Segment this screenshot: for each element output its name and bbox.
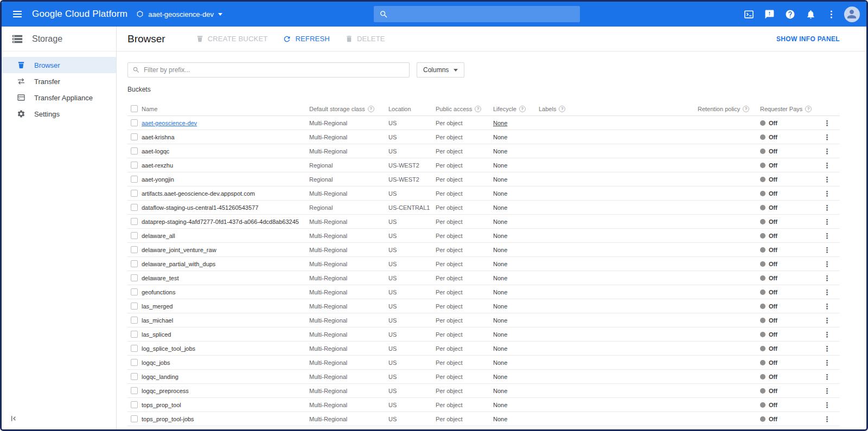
show-info-panel-button[interactable]: SHOW INFO PANEL — [776, 35, 840, 43]
columns-dropdown-button[interactable]: Columns — [417, 62, 464, 78]
row-checkbox[interactable] — [131, 190, 138, 197]
bucket-row[interactable]: artifacts.aaet-geoscience-dev.appspot.co… — [127, 186, 840, 201]
lifecycle-cell[interactable]: None — [493, 289, 507, 295]
row-menu-icon[interactable]: ⋮ — [824, 317, 831, 324]
row-menu-icon[interactable]: ⋮ — [824, 246, 831, 254]
bucket-name[interactable]: tops_prop_tool — [142, 402, 181, 408]
bucket-row[interactable]: las_merged Multi-Regional US Per object … — [127, 299, 840, 313]
row-menu-icon[interactable]: ⋮ — [824, 415, 831, 423]
row-menu-icon[interactable]: ⋮ — [824, 119, 831, 127]
bucket-name[interactable]: log_splice_tool_jobs — [142, 345, 195, 352]
bucket-row[interactable]: aaet-geoscience-dev Multi-Regional US Pe… — [127, 116, 840, 130]
row-checkbox[interactable] — [131, 232, 138, 239]
bucket-row[interactable]: aaet-yongjin Regional US-WEST2 Per objec… — [127, 172, 840, 186]
account-button[interactable] — [843, 5, 861, 23]
row-checkbox[interactable] — [131, 331, 138, 338]
lifecycle-cell[interactable]: None — [493, 247, 507, 253]
row-checkbox[interactable] — [131, 133, 138, 140]
bucket-name[interactable]: artifacts.aaet-geoscience-dev.appspot.co… — [142, 190, 255, 197]
row-menu-icon[interactable]: ⋮ — [824, 387, 831, 395]
row-checkbox[interactable] — [131, 260, 138, 267]
filter-by-prefix-input[interactable] — [144, 66, 405, 74]
bucket-row[interactable]: logqc_preprocess Multi-Regional US Per o… — [127, 384, 840, 398]
row-checkbox[interactable] — [131, 359, 138, 366]
lifecycle-cell[interactable]: None — [493, 359, 507, 366]
bucket-name[interactable]: delaware_test — [142, 275, 179, 281]
bucket-row[interactable]: dataprep-staging-4afd7277-0fd1-437d-a066… — [127, 215, 840, 229]
row-menu-icon[interactable]: ⋮ — [824, 162, 831, 169]
bucket-name[interactable]: geofunctions — [142, 289, 175, 295]
help-circle-icon[interactable]: ? — [743, 106, 749, 112]
row-menu-icon[interactable]: ⋮ — [824, 190, 831, 197]
row-menu-icon[interactable]: ⋮ — [824, 147, 831, 155]
bucket-row[interactable]: log_splice_tool_jobs Multi-Regional US P… — [127, 342, 840, 356]
sidebar-item-browser[interactable]: Browser — [2, 57, 116, 73]
bucket-row[interactable]: delaware_test Multi-Regional US Per obje… — [127, 271, 840, 285]
help-circle-icon[interactable]: ? — [519, 106, 526, 112]
row-menu-icon[interactable]: ⋮ — [824, 303, 831, 310]
lifecycle-cell[interactable]: None — [493, 317, 507, 324]
lifecycle-cell[interactable]: None — [493, 134, 507, 140]
help-circle-icon[interactable]: ? — [475, 106, 481, 112]
lifecycle-cell[interactable]: None — [493, 388, 507, 394]
row-menu-icon[interactable]: ⋮ — [824, 345, 831, 352]
row-checkbox[interactable] — [131, 345, 138, 352]
bucket-row[interactable]: las_michael Multi-Regional US Per object… — [127, 313, 840, 327]
lifecycle-cell[interactable]: None — [493, 233, 507, 239]
row-checkbox[interactable] — [131, 162, 138, 169]
bucket-name[interactable]: las_michael — [142, 317, 173, 324]
bucket-name[interactable]: logqc_preprocess — [142, 388, 189, 394]
bucket-name[interactable]: dataflow-staging-us-central1-45126054357… — [142, 204, 258, 211]
row-checkbox[interactable] — [131, 176, 138, 183]
delete-button[interactable]: DELETE — [337, 30, 393, 48]
row-menu-icon[interactable]: ⋮ — [824, 204, 831, 211]
row-checkbox[interactable] — [131, 218, 138, 225]
help-circle-icon[interactable]: ? — [368, 106, 374, 112]
bucket-name[interactable]: delaware_all — [142, 233, 175, 239]
row-checkbox[interactable] — [131, 401, 138, 408]
row-menu-icon[interactable]: ⋮ — [824, 359, 831, 366]
bucket-row[interactable]: delaware_partial_with_dups Multi-Regiona… — [127, 257, 840, 271]
lifecycle-cell[interactable]: None — [493, 148, 507, 155]
create-bucket-button[interactable]: CREATE BUCKET — [188, 30, 276, 48]
hamburger-menu-button[interactable] — [8, 5, 27, 23]
bucket-row[interactable]: tops_prop_tool-jobs Multi-Regional US Pe… — [127, 412, 840, 426]
help-circle-icon[interactable]: ? — [559, 106, 565, 112]
bucket-row[interactable]: logqc_jobs Multi-Regional US Per object … — [127, 356, 840, 370]
feedback-button[interactable] — [760, 5, 778, 23]
bucket-name[interactable]: aaet-rexzhu — [142, 162, 173, 169]
notifications-button[interactable] — [801, 5, 820, 23]
bucket-name[interactable]: logqc_jobs — [142, 359, 170, 366]
row-menu-icon[interactable]: ⋮ — [824, 133, 831, 141]
row-checkbox[interactable] — [131, 147, 138, 155]
help-circle-icon[interactable]: ? — [805, 106, 812, 112]
bucket-name[interactable]: aaet-krishna — [142, 134, 175, 140]
project-selector[interactable]: aaet-geoscience-dev — [136, 10, 222, 18]
bucket-row[interactable]: dataflow-staging-us-central1-45126054357… — [127, 201, 840, 215]
global-search[interactable] — [374, 6, 580, 22]
bucket-row[interactable]: geofunctions Multi-Regional US Per objec… — [127, 285, 840, 299]
row-menu-icon[interactable]: ⋮ — [824, 176, 831, 183]
sidebar-item-transfer-appliance[interactable]: Transfer Appliance — [2, 89, 116, 106]
row-menu-icon[interactable]: ⋮ — [824, 288, 831, 296]
row-menu-icon[interactable]: ⋮ — [824, 232, 831, 240]
lifecycle-cell[interactable]: None — [493, 204, 507, 211]
lifecycle-cell[interactable]: None — [493, 416, 507, 422]
bucket-name[interactable]: las_merged — [142, 303, 173, 310]
bucket-row[interactable]: las_spliced Multi-Regional US Per object… — [127, 327, 840, 342]
row-checkbox[interactable] — [131, 119, 138, 126]
lifecycle-cell[interactable]: None — [493, 261, 507, 267]
row-checkbox[interactable] — [131, 274, 138, 281]
row-menu-icon[interactable]: ⋮ — [824, 401, 831, 409]
row-checkbox[interactable] — [131, 288, 138, 295]
bucket-row[interactable]: delaware_joint_venture_raw Multi-Regiona… — [127, 243, 840, 257]
bucket-name[interactable]: dataprep-staging-4afd7277-0fd1-437d-a066… — [142, 218, 299, 225]
row-menu-icon[interactable]: ⋮ — [824, 260, 831, 268]
bucket-row[interactable]: tops_prop_tool Multi-Regional US Per obj… — [127, 398, 840, 412]
row-checkbox[interactable] — [131, 317, 138, 324]
bucket-name[interactable]: tops_prop_tool-jobs — [142, 416, 194, 422]
lifecycle-cell[interactable]: None — [493, 345, 507, 352]
row-checkbox[interactable] — [131, 246, 138, 253]
lifecycle-cell[interactable]: None — [493, 275, 507, 281]
lifecycle-cell[interactable]: None — [493, 303, 507, 310]
